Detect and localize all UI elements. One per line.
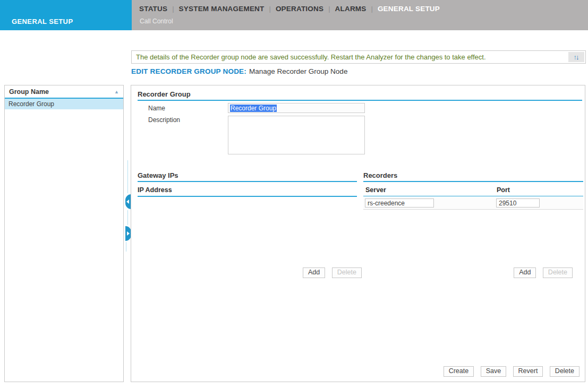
group-list-panel: Group Name ▲ Recorder Group: [4, 85, 124, 382]
server-input[interactable]: [365, 198, 434, 208]
recorders-add-button[interactable]: Add: [514, 267, 536, 278]
description-label: Description: [148, 116, 180, 124]
server-column-header: Server: [365, 186, 386, 194]
recorder-group-form-panel: Recorder Group Name Recorder Group Descr…: [131, 85, 585, 382]
description-textarea[interactable]: [228, 116, 365, 154]
form-action-buttons: Create Save Revert Delete: [444, 366, 580, 377]
page-subtitle: Manage Recorder Group Node: [249, 67, 347, 75]
tab-operations[interactable]: OPERATIONS: [276, 5, 323, 13]
tab-separator: |: [328, 5, 330, 13]
top-navigation: STATUS|SYSTEM MANAGEMENT|OPERATIONS|ALAR…: [132, 0, 588, 30]
group-name-column-header[interactable]: Group Name ▲: [5, 85, 123, 99]
tab-status[interactable]: STATUS: [139, 5, 167, 13]
arrow-right-icon: [127, 231, 130, 236]
page-heading: EDIT RECORDER GROUP NODE:Manage Recorder…: [131, 67, 347, 75]
name-label: Name: [148, 105, 165, 112]
sort-ascending-icon[interactable]: ▲: [114, 85, 119, 99]
page-title: EDIT RECORDER GROUP NODE:: [131, 67, 246, 75]
gateway-title-divider: [138, 181, 357, 182]
delete-button[interactable]: Delete: [550, 366, 580, 377]
recorders-title: Recorders: [363, 171, 397, 179]
splitter-line: [127, 160, 128, 193]
status-message-text: The details of the Recorder group node a…: [136, 51, 486, 63]
splitter-line: [126, 242, 126, 252]
group-list-item-recorder-group[interactable]: Recorder Group: [5, 99, 123, 109]
gateway-add-button[interactable]: Add: [303, 267, 325, 278]
name-input[interactable]: Recorder Group: [228, 103, 365, 113]
revert-button[interactable]: Revert: [513, 366, 543, 377]
tab-separator: |: [172, 5, 174, 13]
gateway-ips-title: Gateway IPs: [138, 171, 178, 179]
gateway-delete-button: Delete: [332, 267, 362, 278]
tab-general-setup[interactable]: GENERAL SETUP: [378, 5, 440, 13]
app-window: GENERAL SETUP STATUS|SYSTEM MANAGEMENT|O…: [0, 0, 588, 389]
ip-address-column-header: IP Address: [138, 186, 172, 194]
brand-label: GENERAL SETUP: [12, 18, 73, 25]
arrow-down-icon: ↓: [576, 53, 580, 61]
message-toggle-button[interactable]: ↑↓: [568, 52, 584, 62]
status-message-bar: The details of the Recorder group node a…: [131, 50, 586, 64]
tab-system-management[interactable]: SYSTEM MANAGEMENT: [179, 5, 265, 13]
gateway-buttons: Add Delete: [303, 267, 362, 278]
name-input-selected-text: Recorder Group: [230, 105, 277, 112]
save-button[interactable]: Save: [481, 366, 507, 377]
recorder-table-row: [363, 196, 583, 210]
group-name-header-label: Group Name: [9, 88, 49, 96]
arrow-left-icon: [126, 200, 129, 204]
recorders-title-divider: [363, 181, 583, 182]
port-input[interactable]: [496, 198, 540, 208]
port-column-header: Port: [497, 186, 510, 194]
tab-separator: |: [269, 5, 271, 13]
section-divider: [138, 100, 582, 101]
recorders-delete-button: Delete: [543, 267, 573, 278]
gateway-header-divider: [138, 196, 357, 197]
create-button[interactable]: Create: [444, 366, 474, 377]
main-tabs: STATUS|SYSTEM MANAGEMENT|OPERATIONS|ALAR…: [139, 4, 440, 13]
brand-banner: GENERAL SETUP: [0, 0, 132, 30]
tab-separator: |: [371, 5, 373, 13]
recorders-buttons: Add Delete: [514, 267, 573, 278]
tab-alarms[interactable]: ALARMS: [335, 5, 367, 13]
subtab-call-control[interactable]: Call Control: [140, 18, 173, 25]
splitter-line: [127, 210, 128, 225]
section-title-recorder-group: Recorder Group: [138, 90, 191, 98]
